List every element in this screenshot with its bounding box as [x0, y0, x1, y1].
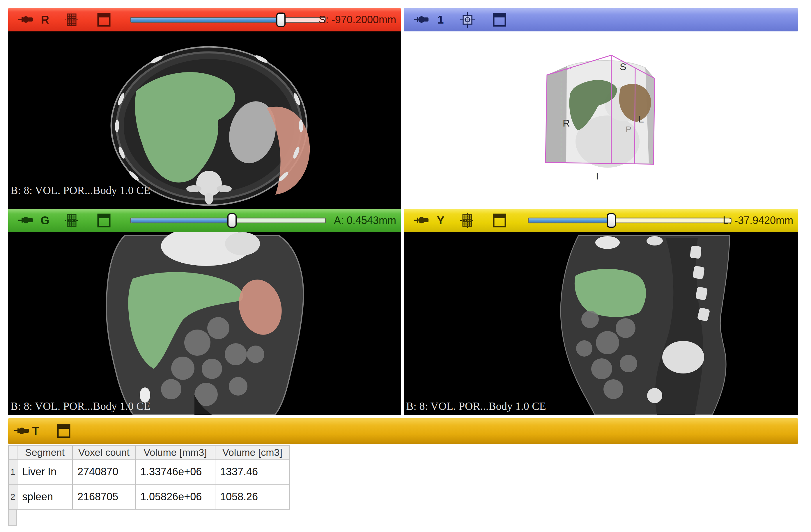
- cell-segment[interactable]: Liver In: [17, 459, 73, 484]
- cell-volume-mm3[interactable]: 1.05826e+06: [135, 484, 215, 509]
- slice-link-grid-icon[interactable]: [460, 213, 475, 228]
- view-label: R: [37, 13, 53, 26]
- cell-segment[interactable]: spleen: [17, 484, 73, 509]
- threed-view: 1: [404, 8, 798, 209]
- maximize-view-icon[interactable]: [97, 13, 111, 27]
- slice-link-grid-icon[interactable]: [65, 213, 79, 228]
- table-view: T: [8, 418, 798, 444]
- green-view-controller-bar: G A: 0.4543mm: [8, 209, 401, 232]
- cell-volume-mm3[interactable]: 1.33746e+06: [135, 459, 215, 484]
- slider-handle[interactable]: [607, 213, 616, 228]
- view-label: G: [37, 214, 53, 227]
- maximize-view-icon[interactable]: [97, 214, 111, 228]
- red-view-controller-bar: R S: -970.2000mm: [8, 8, 401, 31]
- center-view-icon[interactable]: [460, 12, 475, 28]
- slice-offset-value: L: -37.9420mm: [723, 214, 793, 226]
- maximize-view-icon[interactable]: [57, 424, 71, 438]
- pin-icon[interactable]: [414, 15, 429, 25]
- green-slice-view: G A: 0.4543mm: [8, 209, 401, 415]
- corner-header-cell[interactable]: [9, 445, 17, 459]
- orientation-label-inferior: I: [596, 170, 598, 182]
- slice-offset-value: A: 0.4543mm: [334, 214, 396, 226]
- sagittal-slice-canvas[interactable]: B: 8: VOL. POR...Body 1.0 CE: [404, 232, 798, 415]
- axial-slice-canvas[interactable]: B: 8: VOL. POR...Body 1.0 CE: [8, 31, 401, 209]
- slider-fill: [529, 218, 612, 222]
- cell-volume-cm3[interactable]: 1058.26: [215, 484, 290, 509]
- coronal-slice-canvas[interactable]: B: 8: VOL. POR...Body 1.0 CE: [8, 232, 401, 415]
- background-volume-label: B: 8: VOL. POR...Body 1.0 CE: [11, 400, 151, 412]
- background-volume-label: B: 8: VOL. POR...Body 1.0 CE: [11, 184, 151, 197]
- column-header-voxel-count[interactable]: Voxel count: [73, 445, 135, 459]
- table-view-controller-bar: T: [8, 418, 798, 444]
- maximize-view-icon[interactable]: [493, 13, 506, 27]
- view-label: T: [27, 425, 44, 437]
- red-slice-view: R S: -970.2000mm: [8, 8, 401, 209]
- coronal-ct-image: [8, 232, 401, 415]
- pin-icon[interactable]: [414, 216, 429, 225]
- slider-handle[interactable]: [276, 13, 286, 27]
- row-header-2[interactable]: 2: [9, 484, 17, 509]
- pin-icon[interactable]: [18, 15, 34, 25]
- slider-fill: [131, 18, 282, 22]
- table-row: 1 Liver In 2740870 1.33746e+06 1337.46: [9, 459, 290, 484]
- pin-icon[interactable]: [18, 216, 34, 225]
- view-label: 1: [432, 13, 449, 26]
- orientation-label-superior: S: [620, 61, 626, 73]
- orientation-label-posterior: P: [626, 125, 631, 134]
- view-label: Y: [432, 214, 449, 227]
- slice-offset-slider[interactable]: [528, 218, 732, 223]
- yellow-view-controller-bar: Y L: -37.9420mm: [404, 209, 798, 232]
- slice-offset-slider[interactable]: [130, 17, 326, 23]
- table-header-row: Segment Voxel count Volume [mm3] Volume …: [9, 445, 290, 459]
- cell-voxel-count[interactable]: 2168705: [73, 484, 135, 509]
- sagittal-ct-image: [404, 232, 798, 415]
- background-volume-label: B: 8: VOL. POR...Body 1.0 CE: [406, 400, 546, 412]
- slider-handle[interactable]: [227, 213, 237, 228]
- slice-offset-value: S: -970.2000mm: [319, 14, 396, 26]
- column-header-volume-mm3[interactable]: Volume [mm3]: [135, 445, 215, 459]
- column-header-segment[interactable]: Segment: [17, 445, 73, 459]
- axial-ct-image: [8, 31, 401, 209]
- cell-volume-cm3[interactable]: 1337.46: [215, 459, 290, 484]
- orientation-label-right: R: [563, 118, 570, 129]
- row-header-1[interactable]: 1: [9, 459, 17, 484]
- orientation-label-left: L: [638, 113, 644, 125]
- threed-view-controller-bar: 1: [404, 8, 798, 31]
- cell-voxel-count[interactable]: 2740870: [73, 459, 135, 484]
- maximize-view-icon[interactable]: [493, 214, 506, 228]
- threed-render-canvas[interactable]: P S R L I: [404, 31, 798, 209]
- row-header-column-filler: [8, 510, 17, 526]
- slice-offset-slider[interactable]: [130, 218, 326, 223]
- column-header-volume-cm3[interactable]: Volume [cm3]: [215, 445, 290, 459]
- table-row: 2 spleen 2168705 1.05826e+06 1058.26: [9, 484, 290, 509]
- slider-fill: [131, 218, 233, 222]
- volume-rendering: P: [404, 31, 798, 209]
- slice-link-grid-icon[interactable]: [65, 12, 79, 28]
- yellow-slice-view: Y L: -37.9420mm: [404, 209, 798, 415]
- segment-statistics-table: Segment Voxel count Volume [mm3] Volume …: [8, 445, 290, 510]
